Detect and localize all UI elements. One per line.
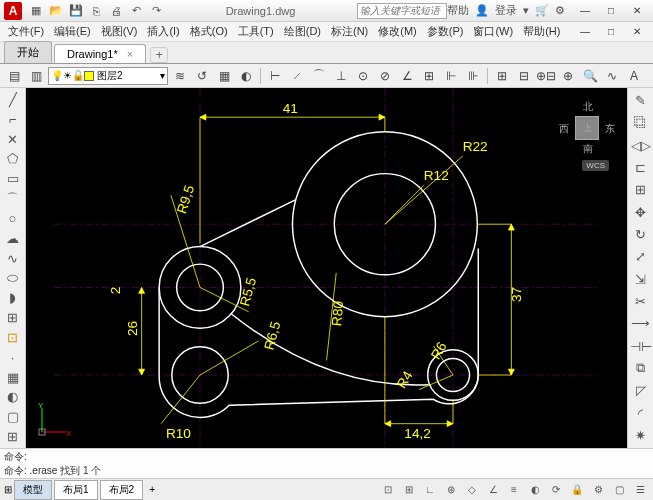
user-icon[interactable]: 👤 — [475, 4, 489, 17]
extend-tool[interactable]: ⟶ — [630, 313, 652, 334]
viewcube-north[interactable]: 北 — [583, 100, 593, 114]
tab-add-button[interactable]: + — [150, 47, 168, 63]
app-logo[interactable]: A — [4, 2, 22, 20]
line-tool[interactable]: ╱ — [2, 90, 24, 109]
doc-maximize-button[interactable]: □ — [599, 24, 623, 40]
gear-icon[interactable]: ⚙ — [555, 4, 565, 17]
login-link[interactable]: 登录 — [495, 3, 517, 18]
tab-start[interactable]: 开始 — [4, 41, 52, 63]
tab-close-icon[interactable]: × — [127, 48, 133, 60]
table-tool[interactable]: ⊞ — [2, 427, 24, 446]
grid-toggle-icon[interactable]: ⊞ — [400, 481, 418, 499]
ortho-icon[interactable]: ∟ — [421, 481, 439, 499]
polyline-tool[interactable]: ⌐ — [2, 110, 24, 129]
drawing-canvas[interactable]: 41 37 26 2 14,2 R22 R12 R9,5 R5,5 R6,5 R… — [26, 88, 627, 448]
block-tool[interactable]: ⊡ — [2, 328, 24, 347]
break-tool[interactable]: ⊣⊢ — [630, 335, 652, 356]
status-tab-layout2[interactable]: 布局2 — [100, 480, 144, 500]
transparency-icon[interactable]: ◐ — [526, 481, 544, 499]
layer-combo[interactable]: 💡 ☀ 🔓 图层2 ▾ — [48, 67, 168, 85]
wcs-badge[interactable]: WCS — [582, 160, 609, 171]
xline-tool[interactable]: ✕ — [2, 130, 24, 149]
help-link[interactable]: 帮助 — [447, 3, 469, 18]
lineweight-icon[interactable]: ≡ — [505, 481, 523, 499]
polygon-tool[interactable]: ⬠ — [2, 149, 24, 168]
trim-tool[interactable]: ✂ — [630, 291, 652, 312]
tab-add-icon[interactable]: + — [149, 484, 155, 495]
layer-utils-icon[interactable]: ▥ — [26, 66, 46, 86]
polar-icon[interactable]: ⊛ — [442, 481, 460, 499]
save-icon[interactable]: 💾 — [68, 3, 84, 19]
status-tab-layout1[interactable]: 布局1 — [54, 480, 98, 500]
tolerance-icon[interactable]: ⊕⊟ — [536, 66, 556, 86]
revcloud-tool[interactable]: ☁ — [2, 229, 24, 248]
layer-match-icon[interactable]: ≋ — [170, 66, 190, 86]
chamfer-tool[interactable]: ◸ — [630, 380, 652, 401]
spline-tool[interactable]: ∿ — [2, 249, 24, 268]
dim-quick-icon[interactable]: ⊞ — [419, 66, 439, 86]
otrack-icon[interactable]: ∠ — [484, 481, 502, 499]
new-icon[interactable]: ▦ — [28, 3, 44, 19]
fillet-tool[interactable]: ◜ — [630, 402, 652, 423]
dim-arc-icon[interactable]: ⌒ — [309, 66, 329, 86]
layer-state-icon[interactable]: ▦ — [214, 66, 234, 86]
circle-tool[interactable]: ○ — [2, 209, 24, 228]
snap-icon[interactable]: ⊡ — [379, 481, 397, 499]
join-tool[interactable]: ⧉ — [630, 358, 652, 379]
menu-help[interactable]: 帮助(H) — [519, 22, 564, 41]
menu-modify[interactable]: 修改(M) — [374, 22, 421, 41]
menu-param[interactable]: 参数(P) — [423, 22, 468, 41]
mirror-tool[interactable]: ◁▷ — [630, 135, 652, 156]
menu-edit[interactable]: 编辑(E) — [50, 22, 95, 41]
search-input[interactable] — [357, 3, 447, 19]
dim-angular-icon[interactable]: ∠ — [397, 66, 417, 86]
dim-tedit-icon[interactable]: A — [624, 66, 644, 86]
menu-file[interactable]: 文件(F) — [4, 22, 48, 41]
rectangle-tool[interactable]: ▭ — [2, 169, 24, 188]
tab-drawing1[interactable]: Drawing1* × — [54, 44, 146, 63]
annotation-icon[interactable]: 🔒 — [568, 481, 586, 499]
explode-tool[interactable]: ✷ — [630, 425, 652, 446]
redo-icon[interactable]: ↷ — [148, 3, 164, 19]
layer-props-icon[interactable]: ▤ — [4, 66, 24, 86]
viewcube[interactable]: 北 西 东 南 上 — [557, 98, 617, 158]
dim-break-icon[interactable]: ⊟ — [514, 66, 534, 86]
clean-icon[interactable]: ▢ — [610, 481, 628, 499]
customize-icon[interactable]: ☰ — [631, 481, 649, 499]
insert-tool[interactable]: ⊞ — [2, 308, 24, 327]
open-icon[interactable]: 📂 — [48, 3, 64, 19]
menu-window[interactable]: 窗口(W) — [469, 22, 517, 41]
status-tab-model[interactable]: 模型 — [14, 480, 52, 500]
menu-insert[interactable]: 插入(I) — [143, 22, 183, 41]
scale-tool[interactable]: ⤢ — [630, 246, 652, 267]
offset-tool[interactable]: ⊏ — [630, 157, 652, 178]
menu-dim[interactable]: 标注(N) — [327, 22, 372, 41]
ellipse-arc-tool[interactable]: ◗ — [2, 288, 24, 307]
maximize-button[interactable]: □ — [599, 3, 623, 19]
cart-icon[interactable]: 🛒 — [535, 4, 549, 17]
menu-view[interactable]: 视图(V) — [97, 22, 142, 41]
stretch-tool[interactable]: ⇲ — [630, 269, 652, 290]
hatch-tool[interactable]: ▦ — [2, 368, 24, 387]
move-tool[interactable]: ✥ — [630, 202, 652, 223]
cycle-icon[interactable]: ⟳ — [547, 481, 565, 499]
layer-iso-icon[interactable]: ◐ — [236, 66, 256, 86]
arc-tool[interactable]: ⌒ — [2, 189, 24, 208]
osnap-icon[interactable]: ◇ — [463, 481, 481, 499]
grid-icon[interactable]: ⊞ — [4, 484, 12, 495]
workspace-icon[interactable]: ⚙ — [589, 481, 607, 499]
dim-diameter-icon[interactable]: ⊘ — [375, 66, 395, 86]
point-tool[interactable]: · — [2, 348, 24, 367]
dim-space-icon[interactable]: ⊞ — [492, 66, 512, 86]
region-tool[interactable]: ▢ — [2, 407, 24, 426]
center-mark-icon[interactable]: ⊕ — [558, 66, 578, 86]
saveas-icon[interactable]: ⎘ — [88, 3, 104, 19]
minimize-button[interactable]: — — [573, 3, 597, 19]
dim-linear-icon[interactable]: ⊢ — [265, 66, 285, 86]
ellipse-tool[interactable]: ⬭ — [2, 268, 24, 287]
array-tool[interactable]: ⊞ — [630, 179, 652, 200]
layer-prev-icon[interactable]: ↺ — [192, 66, 212, 86]
doc-minimize-button[interactable]: — — [573, 24, 597, 40]
dim-edit-icon[interactable]: ∿ — [602, 66, 622, 86]
copy-tool[interactable]: ⿻ — [630, 112, 652, 133]
